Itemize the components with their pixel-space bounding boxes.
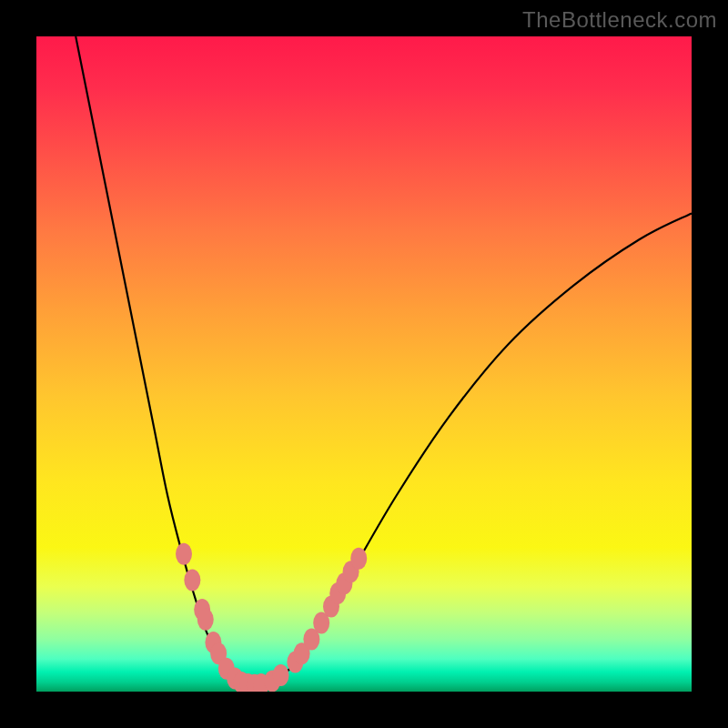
attribution-text: TheBottleneck.com [522, 7, 717, 33]
chart-svg [36, 36, 692, 692]
plot-area [36, 36, 692, 692]
data-point [273, 664, 289, 686]
data-point [184, 570, 200, 592]
dot-series-left [176, 543, 269, 692]
left-curve [76, 36, 252, 685]
data-point [350, 548, 367, 570]
chart-container: TheBottleneck.com [0, 0, 728, 728]
data-point [197, 609, 214, 631]
data-point [176, 543, 192, 565]
dot-series-right [264, 548, 367, 692]
